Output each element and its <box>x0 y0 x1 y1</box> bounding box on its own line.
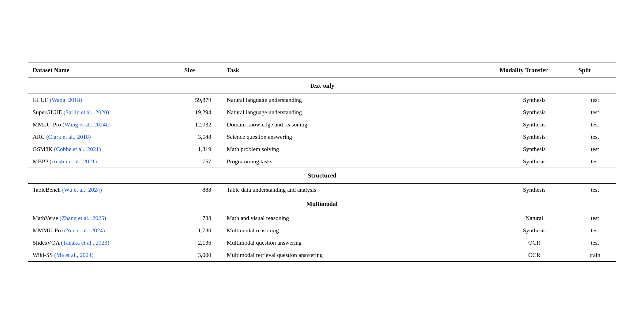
section-title-text-only: Text-only <box>28 78 616 94</box>
table-row: TableBench (Wu et al., 2024)888Table dat… <box>28 183 616 196</box>
dataset-task-cell: Domain knowledge and reasoning <box>222 118 495 131</box>
dataset-ref: (Wu et al., 2024) <box>62 186 102 193</box>
dataset-split-cell: test <box>574 143 616 155</box>
dataset-size-cell: 3,548 <box>179 131 222 143</box>
dataset-name-cell: SuperGLUE (Sarlin et al., 2020) <box>28 106 179 118</box>
dataset-split-cell: test <box>574 212 616 224</box>
dataset-modality-cell: Synthesis <box>495 155 574 168</box>
dataset-split-cell: test <box>574 118 616 131</box>
dataset-size-cell: 757 <box>179 155 222 168</box>
table-row: MBPP (Austin et al., 2021)757Programming… <box>28 155 616 168</box>
dataset-modality-cell: Synthesis <box>495 131 574 143</box>
dataset-name-cell: Wiki-SS (Ma et al., 2024) <box>28 249 179 261</box>
dataset-name-cell: ARC (Clark et al., 2018) <box>28 131 179 143</box>
dataset-ref: (Clark et al., 2018) <box>46 133 91 140</box>
table-row: MMLU-Pro (Wang et al., 2024b)12,032Domai… <box>28 118 616 131</box>
dataset-ref: (Tanaka et al., 2023) <box>61 239 109 246</box>
header-dataset: Dataset Name <box>28 63 179 78</box>
dataset-modality-cell: Synthesis <box>495 224 574 237</box>
dataset-modality-cell: Synthesis <box>495 118 574 131</box>
dataset-split-cell: test <box>574 237 616 249</box>
dataset-ref: (Austin et al., 2021) <box>49 158 97 165</box>
dataset-name-cell: GSM8K (Cobbe et al., 2021) <box>28 143 179 155</box>
dataset-ref: (Zhang et al., 2025) <box>60 215 106 221</box>
dataset-table: Dataset Name Size Task Modality Transfer… <box>28 63 616 262</box>
section-header-structured: Structured <box>28 168 616 183</box>
section-header-multimodal: Multimodal <box>28 196 616 212</box>
dataset-name-cell: TableBench (Wu et al., 2024) <box>28 183 179 196</box>
dataset-size-cell: 788 <box>179 212 222 224</box>
dataset-split-cell: test <box>574 155 616 168</box>
dataset-ref: (Ma et al., 2024) <box>54 252 93 258</box>
dataset-task-cell: Programming tasks <box>222 155 495 168</box>
dataset-name-cell: MMMU-Pro (Yue et al., 2024) <box>28 224 179 237</box>
dataset-task-cell: Math problem solving <box>222 143 495 155</box>
dataset-ref: (Wang et al., 2024b) <box>63 121 111 128</box>
dataset-ref: (Wang, 2018) <box>50 97 82 103</box>
table-row: GLUE (Wang, 2018)59,879Natural language … <box>28 94 616 106</box>
dataset-split-cell: train <box>574 249 616 261</box>
table-row: SlidesVQA (Tanaka et al., 2023)2,136Mult… <box>28 237 616 249</box>
section-title-multimodal: Multimodal <box>28 196 616 212</box>
dataset-size-cell: 12,032 <box>179 118 222 131</box>
dataset-ref: (Yue et al., 2024) <box>64 227 105 234</box>
dataset-split-cell: test <box>574 224 616 237</box>
dataset-split-cell: test <box>574 106 616 118</box>
dataset-name-cell: SlidesVQA (Tanaka et al., 2023) <box>28 237 179 249</box>
dataset-task-cell: Math and visual reasoning <box>222 212 495 224</box>
dataset-modality-cell: Synthesis <box>495 143 574 155</box>
dataset-size-cell: 888 <box>179 183 222 196</box>
header-task: Task <box>222 63 495 78</box>
header-size: Size <box>179 63 222 78</box>
table-row: Wiki-SS (Ma et al., 2024)3,000Multimodal… <box>28 249 616 261</box>
dataset-task-cell: Multimodal retrieval question answering <box>222 249 495 261</box>
dataset-size-cell: 1,319 <box>179 143 222 155</box>
dataset-task-cell: Table data understanding and analysis <box>222 183 495 196</box>
table-row: MMMU-Pro (Yue et al., 2024)1,730Multimod… <box>28 224 616 237</box>
dataset-name-cell: MathVerse (Zhang et al., 2025) <box>28 212 179 224</box>
header-modality: Modality Transfer <box>495 63 574 78</box>
dataset-modality-cell: Synthesis <box>495 94 574 106</box>
dataset-modality-cell: Natural <box>495 212 574 224</box>
dataset-modality-cell: OCR <box>495 249 574 261</box>
dataset-modality-cell: Synthesis <box>495 106 574 118</box>
dataset-name-cell: MMLU-Pro (Wang et al., 2024b) <box>28 118 179 131</box>
dataset-split-cell: test <box>574 131 616 143</box>
dataset-size-cell: 19,294 <box>179 106 222 118</box>
dataset-size-cell: 59,879 <box>179 94 222 106</box>
dataset-ref: (Sarlin et al., 2020) <box>63 109 109 115</box>
dataset-task-cell: Science question answering <box>222 131 495 143</box>
dataset-modality-cell: Synthesis <box>495 183 574 196</box>
dataset-size-cell: 3,000 <box>179 249 222 261</box>
dataset-task-cell: Natural language understanding <box>222 106 495 118</box>
dataset-name-cell: GLUE (Wang, 2018) <box>28 94 179 106</box>
dataset-ref: (Cobbe et al., 2021) <box>54 146 101 152</box>
table-row: MathVerse (Zhang et al., 2025)788Math an… <box>28 212 616 224</box>
table-row: GSM8K (Cobbe et al., 2021)1,319Math prob… <box>28 143 616 155</box>
dataset-task-cell: Natural language understanding <box>222 94 495 106</box>
section-header-text-only: Text-only <box>28 78 616 94</box>
dataset-size-cell: 1,730 <box>179 224 222 237</box>
dataset-name-cell: MBPP (Austin et al., 2021) <box>28 155 179 168</box>
section-title-structured: Structured <box>28 168 616 183</box>
dataset-split-cell: test <box>574 183 616 196</box>
dataset-task-cell: Multimodal reasoning <box>222 224 495 237</box>
dataset-modality-cell: OCR <box>495 237 574 249</box>
header-split: Split <box>574 63 616 78</box>
dataset-task-cell: Multimodal question answering <box>222 237 495 249</box>
table-row: ARC (Clark et al., 2018)3,548Science que… <box>28 131 616 143</box>
table-container: Dataset Name Size Task Modality Transfer… <box>28 63 616 262</box>
dataset-size-cell: 2,136 <box>179 237 222 249</box>
dataset-split-cell: test <box>574 94 616 106</box>
table-header-row: Dataset Name Size Task Modality Transfer… <box>28 63 616 78</box>
table-row: SuperGLUE (Sarlin et al., 2020)19,294Nat… <box>28 106 616 118</box>
